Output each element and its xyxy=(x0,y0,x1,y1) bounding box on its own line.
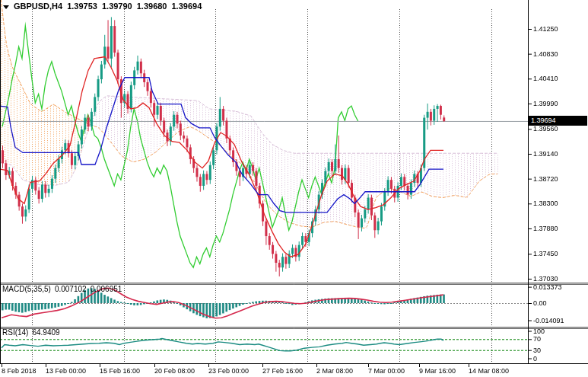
rsi-axis-label: 100 xyxy=(533,327,545,335)
macd-signal-value: 0.006951 xyxy=(91,285,122,293)
time-axis-label: 20 Feb 08:00 xyxy=(154,367,195,375)
chart-title-bar: GBPUSD,H41.397531.397901.396801.39694 xyxy=(3,2,206,11)
rsi-axis-label: 0 xyxy=(533,355,537,363)
time-axis-label: 8 Feb 2018 xyxy=(2,367,37,375)
price-axis-label: 1.39140 xyxy=(533,150,558,158)
price-axis-label: 1.39990 xyxy=(533,100,558,107)
symbol-timeframe-label: GBPUSD,H4 xyxy=(14,2,62,11)
quote-low: 1.39680 xyxy=(137,2,167,11)
time-axis-label: 2 Mar 08:00 xyxy=(316,367,353,375)
rsi-value: 64.9409 xyxy=(32,328,59,337)
price-axis-label: 1.38300 xyxy=(533,200,558,207)
current-price-tag: 1.39694 xyxy=(529,116,587,126)
time-axis-label: 9 Mar 16:00 xyxy=(419,367,456,375)
price-axis-label: 1.38720 xyxy=(533,175,558,183)
time-axis-label: 13 Feb 00:00 xyxy=(46,367,86,375)
rsi-axis-label: 70 xyxy=(533,335,541,343)
rsi-indicator-label: RSI(14)64.9409 xyxy=(2,328,64,337)
price-axis-label: 1.39560 xyxy=(533,125,558,133)
time-axis-label: 23 Feb 00:00 xyxy=(208,367,249,375)
time-axis-label: 14 Mar 08:00 xyxy=(469,367,509,375)
chart-canvas[interactable] xyxy=(0,0,588,377)
quote-high: 1.39790 xyxy=(102,2,132,11)
macd-axis-label: 0.013373 xyxy=(533,283,562,291)
macd-axis-label: 0.00 xyxy=(533,299,547,307)
macd-axis-label: -0.014091 xyxy=(533,317,564,324)
price-axis-label: 1.37880 xyxy=(533,225,558,232)
macd-indicator-label: MACD(5,35,5)0.0071020.006951 xyxy=(2,285,126,293)
price-axis-label: 1.37450 xyxy=(533,250,558,257)
chart-window: GBPUSD,H41.397531.397901.396801.39694 MA… xyxy=(0,0,588,377)
symbol-dropdown-icon[interactable] xyxy=(3,5,9,9)
price-axis-label: 1.40830 xyxy=(533,50,558,58)
rsi-name: RSI(14) xyxy=(2,328,28,337)
time-axis-label: 7 Mar 00:00 xyxy=(368,367,405,375)
rsi-axis-label: 30 xyxy=(533,347,541,354)
macd-name: MACD(5,35,5) xyxy=(2,285,51,293)
time-axis-label: 27 Feb 16:00 xyxy=(262,367,303,375)
price-axis-label: 1.37030 xyxy=(533,275,558,283)
price-axis-label: 1.41250 xyxy=(533,25,558,33)
macd-main-value: 0.007102 xyxy=(55,285,87,293)
time-axis-label: 15 Feb 16:00 xyxy=(100,367,140,375)
price-axis-label: 1.40410 xyxy=(533,75,558,82)
quote-close: 1.39694 xyxy=(171,2,202,11)
quote-open: 1.39753 xyxy=(67,2,97,11)
